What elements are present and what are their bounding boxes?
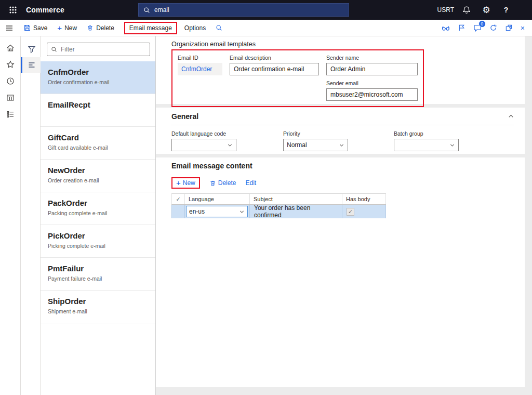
- default-language-label: Default language code: [171, 130, 283, 137]
- email-message-content-section: Email message content + New Delete Edi: [156, 157, 525, 387]
- action-bar: Save + New Delete Email message Options: [0, 20, 532, 36]
- chevron-down-icon: [239, 209, 245, 215]
- subject-cell[interactable]: Your order has been confirmed: [250, 204, 342, 219]
- grid-new-button[interactable]: + New: [171, 177, 200, 189]
- messages-icon[interactable]: 0: [473, 24, 482, 32]
- home-icon[interactable]: [6, 44, 15, 52]
- new-button[interactable]: + New: [57, 24, 77, 32]
- search-icon: [51, 46, 57, 52]
- template-item[interactable]: CnfmOrder Order confirmation e-mail: [41, 61, 155, 94]
- refresh-icon[interactable]: [489, 24, 497, 32]
- app-launcher-icon[interactable]: [4, 1, 22, 19]
- messages-badge: 0: [478, 20, 486, 28]
- trash-icon: [209, 180, 216, 187]
- select-all-header[interactable]: [171, 194, 185, 204]
- subject-column-header[interactable]: Subject: [250, 194, 342, 204]
- toolbar-search-button[interactable]: [216, 24, 222, 31]
- save-button[interactable]: Save: [24, 24, 47, 32]
- template-item[interactable]: PickOrder Picking complete e-mail: [41, 225, 155, 258]
- star-icon[interactable]: [6, 60, 15, 69]
- help-button[interactable]: ?: [499, 0, 513, 20]
- template-list: CnfmOrder Order confirmation e-mail Emai…: [41, 61, 155, 323]
- gear-icon: ⚙: [482, 6, 490, 15]
- filter-rail: [21, 36, 41, 395]
- annotation-box-header-fields: Email ID CnfmOrder Email description Sen…: [171, 49, 424, 107]
- email-id-field[interactable]: CnfmOrder: [178, 63, 222, 75]
- grid-delete-button[interactable]: Delete: [209, 179, 236, 187]
- template-item[interactable]: ShipOrder Shipment e-mail: [41, 291, 155, 323]
- delete-button[interactable]: Delete: [87, 24, 114, 32]
- chevron-down-icon: [227, 142, 233, 148]
- row-select-cell[interactable]: [171, 205, 185, 218]
- email-message-button[interactable]: Email message: [124, 22, 177, 34]
- filter-funnel-button[interactable]: [21, 42, 41, 57]
- sender-email-label: Sender email: [326, 80, 418, 86]
- grid-icon[interactable]: [6, 94, 15, 102]
- glasses-icon[interactable]: [442, 24, 450, 32]
- search-icon: [216, 24, 222, 31]
- chevron-up-icon[interactable]: [508, 113, 514, 120]
- batch-group-dropdown[interactable]: [394, 139, 459, 151]
- default-language-dropdown[interactable]: [171, 139, 236, 151]
- action-bar-right: 0 ×: [442, 24, 527, 32]
- has-body-column-header[interactable]: Has body: [342, 194, 386, 204]
- topbar-right: USRT ⚙ ?: [437, 0, 532, 20]
- settings-button[interactable]: ⚙: [479, 0, 494, 20]
- funnel-icon: [28, 45, 36, 54]
- plus-icon: +: [176, 180, 181, 186]
- has-body-checkbox: [347, 208, 354, 216]
- email-description-input[interactable]: [230, 63, 319, 75]
- chevron-down-icon: [339, 142, 344, 148]
- message-content-grid: Language Subject Has body en-us: [171, 193, 386, 218]
- priority-label: Priority: [283, 130, 394, 137]
- main-content: Organization email templates Email ID Cn…: [156, 36, 532, 395]
- template-item[interactable]: PackOrder Packing complete e-mail: [41, 192, 155, 225]
- sender-name-label: Sender name: [326, 55, 418, 61]
- options-button[interactable]: Options: [184, 24, 206, 32]
- plus-icon: +: [57, 25, 62, 31]
- close-icon[interactable]: ×: [521, 25, 525, 31]
- bell-icon: [462, 6, 471, 14]
- search-icon: [143, 7, 150, 14]
- email-description-label: Email description: [230, 55, 319, 61]
- top-bar: Commerce USRT ⚙ ?: [0, 0, 532, 20]
- workspace: CnfmOrder Order confirmation e-mail Emai…: [0, 36, 532, 395]
- priority-dropdown[interactable]: Normal: [283, 139, 348, 151]
- list-view-icon: [28, 61, 36, 69]
- template-item[interactable]: NewOrder Order creation e-mail: [41, 160, 155, 192]
- chevron-down-icon: [449, 142, 455, 148]
- icon-rail: [0, 36, 21, 395]
- trash-icon: [87, 24, 94, 31]
- page-title: Organization email templates: [171, 41, 525, 48]
- global-search[interactable]: [138, 3, 349, 17]
- language-column-header[interactable]: Language: [185, 194, 250, 204]
- task-list-icon[interactable]: [6, 110, 15, 118]
- list-view-button[interactable]: [21, 57, 41, 73]
- template-filter-input[interactable]: [61, 46, 146, 53]
- open-in-new-window-icon[interactable]: [505, 24, 513, 32]
- batch-group-label: Batch group: [394, 130, 506, 137]
- general-section: General Default language code: [156, 108, 525, 154]
- content-section-title: Email message content: [171, 162, 252, 170]
- language-cell-dropdown[interactable]: en-us: [186, 206, 248, 217]
- general-section-title: General: [171, 112, 198, 121]
- template-list-panel: CnfmOrder Order confirmation e-mail Emai…: [41, 36, 156, 395]
- template-item[interactable]: GiftCard Gift card available e-mail: [41, 127, 155, 160]
- app-name: Commerce: [26, 6, 64, 14]
- template-item[interactable]: PmtFailur Payment failure e-mail: [41, 258, 155, 291]
- sender-name-input[interactable]: [326, 63, 418, 75]
- save-icon: [24, 24, 31, 31]
- global-search-input[interactable]: [154, 6, 344, 14]
- template-item[interactable]: EmailRecpt: [41, 94, 155, 127]
- grid-edit-button[interactable]: Edit: [245, 179, 256, 187]
- company-button[interactable]: USRT: [437, 0, 454, 20]
- clock-icon[interactable]: [6, 77, 15, 85]
- help-icon: ?: [504, 6, 509, 14]
- sender-email-input[interactable]: [326, 88, 418, 101]
- header-card: Organization email templates Email ID Cn…: [156, 36, 525, 104]
- grid-row[interactable]: en-us Your order has been confirmed: [171, 205, 386, 218]
- notifications-button[interactable]: [459, 0, 474, 20]
- menu-toggle-icon[interactable]: [5, 24, 14, 32]
- flag-icon[interactable]: [458, 24, 466, 32]
- template-filter[interactable]: [47, 43, 150, 56]
